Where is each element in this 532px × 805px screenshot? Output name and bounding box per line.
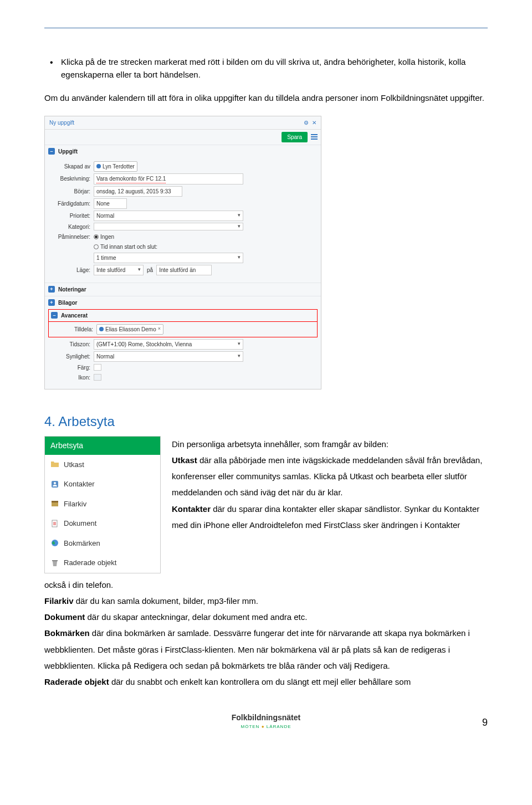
- phone-suffix: också i din telefon.: [44, 577, 488, 593]
- label-farg: Färg:: [48, 363, 90, 372]
- raderade-para: Raderade objekt där du snabbt och enkelt…: [44, 674, 488, 690]
- reminder-option-none[interactable]: Ingen: [94, 233, 114, 241]
- icon-swatch[interactable]: [94, 374, 101, 381]
- task-dialog: Ny uppgift ⚙ ✕ Spara – Uppgift Skapad av…: [44, 116, 321, 389]
- sidebar-item-raderade[interactable]: Raderade objekt: [45, 553, 160, 573]
- start-field[interactable]: onsdag, 12 augusti, 2015 9:33: [94, 186, 182, 197]
- status-select-1[interactable]: Inte slutförd: [94, 265, 144, 275]
- intro-line: Din personliga arbetsyta innehåller, som…: [172, 436, 488, 452]
- utkast-para: Utkast där alla påbörjade men inte ivägs…: [172, 452, 488, 501]
- dokument-para: Dokument där du skapar anteckningar, del…: [44, 609, 488, 625]
- label-borjar: Börjar:: [48, 187, 90, 196]
- author-chip[interactable]: Lyn Terdotter: [94, 161, 137, 172]
- label-ikon: Ikon:: [48, 373, 90, 382]
- collapse-icon: –: [51, 312, 58, 319]
- label-lage: Läge:: [48, 266, 90, 274]
- label-fardigdatum: Färdigdatum:: [48, 199, 90, 208]
- gear-icon[interactable]: ⚙: [304, 119, 309, 127]
- section-uppgift[interactable]: – Uppgift: [45, 145, 321, 158]
- header-divider: [44, 28, 488, 28]
- kontakter-para: Kontakter där du sparar dina kontakter e…: [172, 501, 488, 534]
- bullet-item: Klicka på de tre strecken markerat med r…: [44, 56, 488, 81]
- assign-row-highlighted: Tilldela: Elias Eliasson Demo×: [48, 322, 318, 337]
- page-number: 9: [482, 715, 488, 730]
- advanced-form: Tidszon: (GMT+1:00) Rome, Stockholm, Vie…: [45, 339, 321, 389]
- contacts-icon: [50, 480, 59, 489]
- collapse-icon: –: [48, 148, 55, 155]
- folder-icon: [50, 460, 59, 469]
- label-beskrivning: Beskrivning:: [48, 175, 90, 183]
- assignee-chip[interactable]: Elias Eliasson Demo×: [96, 324, 163, 335]
- label-kategori: Kategori:: [48, 223, 90, 231]
- document-icon: [50, 519, 59, 528]
- footer-tagline: MÖTEN ● LÄRANDE: [44, 724, 488, 730]
- sidebar-item-dokument[interactable]: Dokument: [45, 514, 160, 534]
- save-button[interactable]: Spara: [282, 132, 308, 142]
- status-field-2[interactable]: Inte slutförd än: [156, 265, 212, 275]
- bullet-list: Klicka på de tre strecken markerat med r…: [44, 56, 488, 81]
- category-select[interactable]: [94, 223, 243, 230]
- bokmarken-para: Bokmärken där dina bokmärken är samlade.…: [44, 625, 488, 674]
- description-text: Din personliga arbetsyta innehåller, som…: [172, 436, 488, 534]
- sidebar-item-kontakter[interactable]: Kontakter: [45, 474, 160, 494]
- svg-rect-6: [52, 560, 58, 561]
- description-field[interactable]: Vara demokonto för FC 12.1: [94, 173, 243, 184]
- sidebar-item-bokmarken[interactable]: Bokmärken: [45, 534, 160, 553]
- menu-icon[interactable]: [311, 134, 318, 140]
- due-field[interactable]: None: [94, 198, 127, 209]
- intro-paragraph: Om du använder kalendern till att föra i…: [44, 92, 488, 105]
- label-skapad-av: Skapad av: [48, 162, 90, 171]
- remove-chip-icon[interactable]: ×: [158, 325, 161, 333]
- label-tilldela: Tilldela:: [51, 325, 93, 334]
- uppgift-form: Skapad av Lyn Terdotter Beskrivning: Var…: [45, 158, 321, 283]
- label-prioritet: Prioritet:: [48, 212, 90, 220]
- arbetsyta-panel: Arbetsyta Utkast Kontakter Filarkiv Doku…: [44, 436, 161, 573]
- toolbar: Spara: [45, 130, 321, 145]
- timezone-select[interactable]: (GMT+1:00) Rome, Stockholm, Vienna: [94, 339, 243, 350]
- trash-icon: [50, 558, 59, 567]
- sidebar-item-filarkiv[interactable]: Filarkiv: [45, 494, 160, 514]
- section-heading: 4. Arbetsyta: [44, 412, 488, 432]
- label-tidszon: Tidszon:: [48, 340, 90, 348]
- avatar-icon: [96, 164, 101, 168]
- expand-icon: +: [48, 299, 55, 306]
- svg-point-1: [54, 482, 56, 484]
- body-continued: också i din telefon. Filarkiv där du kan…: [44, 577, 488, 690]
- label-pa: på: [147, 266, 153, 274]
- reminder-option-time[interactable]: Tid innan start och slut:: [94, 243, 157, 251]
- dialog-header: Ny uppgift ⚙ ✕: [45, 116, 321, 130]
- archive-icon: [50, 499, 59, 508]
- footer-brand: Folkbildningsnätet: [44, 712, 488, 724]
- priority-select[interactable]: Normal: [94, 211, 243, 221]
- avatar-icon: [99, 327, 104, 331]
- reminder-time-select[interactable]: 1 timme: [94, 253, 243, 263]
- svg-rect-3: [52, 501, 58, 503]
- page-footer: Folkbildningsnätet MÖTEN ● LÄRANDE 9: [44, 712, 488, 730]
- section-noteringar[interactable]: + Noteringar: [45, 283, 321, 296]
- color-swatch[interactable]: [94, 364, 101, 371]
- visibility-select[interactable]: Normal: [94, 351, 243, 362]
- sidebar-item-utkast[interactable]: Utkast: [45, 455, 160, 475]
- close-icon[interactable]: ✕: [312, 119, 316, 127]
- label-paminnelser: Påminnelser:: [48, 233, 90, 241]
- filarkiv-para: Filarkiv där du kan samla dokument, bild…: [44, 593, 488, 609]
- label-synlighet: Synlighet:: [48, 352, 90, 361]
- expand-icon: +: [48, 286, 55, 293]
- dialog-title: Ny uppgift: [49, 119, 74, 127]
- globe-icon: [50, 539, 59, 547]
- section-avancerat[interactable]: – Avancerat: [48, 309, 318, 322]
- arbetsyta-header: Arbetsyta: [45, 437, 160, 455]
- section-bilagor[interactable]: + Bilagor: [45, 296, 321, 309]
